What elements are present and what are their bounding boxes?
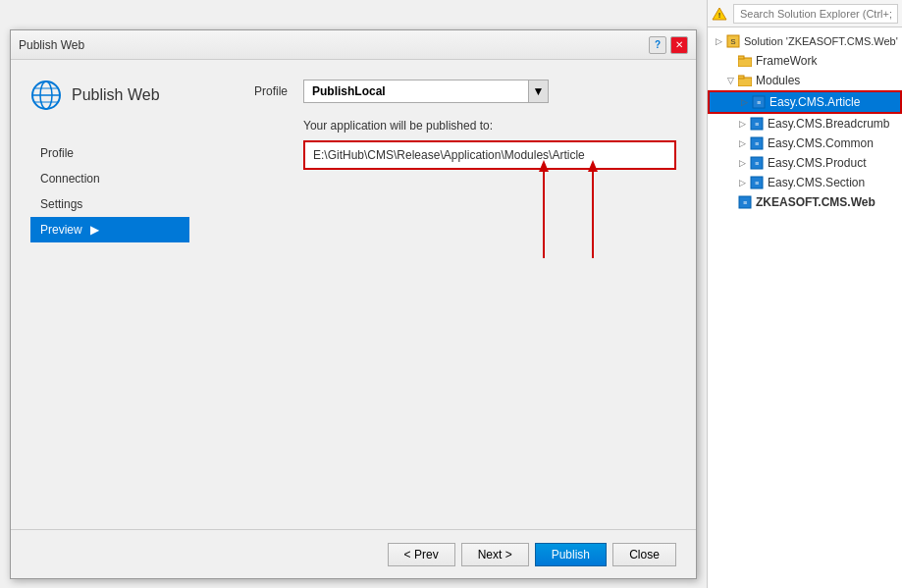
- framework-label: FrameWork: [756, 54, 817, 68]
- footer-close-button[interactable]: Close: [612, 543, 676, 566]
- easy-cms-breadcrumb-label: Easy.CMS.Breadcrumb: [768, 117, 889, 131]
- expand-icon: ▽: [723, 76, 737, 85]
- easy-cms-section-label: Easy.CMS.Section: [768, 176, 865, 189]
- project-icon: ≡: [749, 175, 765, 190]
- next-button[interactable]: Next >: [461, 543, 529, 566]
- close-button[interactable]: ✕: [670, 36, 688, 54]
- globe-icon: [30, 80, 62, 111]
- modules-label: Modules: [756, 74, 800, 87]
- expand-icon: ▷: [735, 178, 749, 187]
- dialog-titlebar: Publish Web ? ✕: [11, 30, 696, 60]
- sidebar-item-profile[interactable]: Profile: [30, 140, 189, 166]
- project-icon: ≡: [737, 194, 753, 210]
- sidebar-item-connection[interactable]: Connection: [30, 166, 189, 191]
- easy-cms-article-item[interactable]: ▷ ≡ Easy.CMS.Article: [708, 90, 902, 114]
- svg-text:≡: ≡: [755, 121, 759, 128]
- help-button[interactable]: ?: [649, 36, 666, 54]
- expand-icon: ▷: [735, 138, 749, 148]
- easy-cms-product-label: Easy.CMS.Product: [768, 156, 866, 170]
- solution-icon: S: [725, 33, 741, 49]
- profile-label: Profile: [209, 84, 288, 98]
- svg-text:≡: ≡: [755, 180, 759, 187]
- framework-folder[interactable]: FrameWork: [708, 51, 902, 71]
- dialog-title: Publish Web: [19, 38, 84, 52]
- expand-icon: ▷: [735, 158, 749, 168]
- profile-dropdown[interactable]: PublishLocal ▼: [303, 80, 549, 103]
- se-toolbar: !: [708, 0, 902, 27]
- expand-icon: ▷: [735, 119, 749, 129]
- easy-cms-product-item[interactable]: ▷ ≡ Easy.CMS.Product: [708, 153, 902, 173]
- svg-text:!: !: [718, 11, 721, 20]
- sidebar-item-preview[interactable]: Preview ▶: [30, 217, 189, 242]
- svg-text:≡: ≡: [743, 199, 747, 206]
- dialog-footer: < Prev Next > Publish Close: [11, 529, 696, 578]
- annotation-arrows: [303, 160, 676, 278]
- dialog-body: Publish Web Profile Connection Settings …: [11, 60, 696, 578]
- dropdown-arrow: ▼: [528, 80, 548, 102]
- folder-icon: [737, 73, 753, 88]
- nav-items: Profile Connection Settings Preview ▶: [30, 140, 189, 242]
- project-icon: ≡: [749, 135, 765, 151]
- project-icon: ≡: [751, 94, 767, 110]
- solution-explorer-search[interactable]: [733, 4, 898, 24]
- easy-cms-breadcrumb-item[interactable]: ▷ ≡ Easy.CMS.Breadcrumb: [708, 114, 902, 134]
- easy-cms-article-label: Easy.CMS.Article: [769, 95, 860, 109]
- main-content: Profile PublishLocal ▼ Your application …: [189, 60, 696, 578]
- warning-icon: !: [712, 6, 727, 22]
- folder-icon: [737, 53, 753, 69]
- zkeasoft-cms-web-item[interactable]: ≡ ZKEASOFT.CMS.Web: [708, 192, 902, 212]
- svg-rect-14: [738, 56, 744, 59]
- expand-icon: ▷: [737, 97, 751, 107]
- svg-rect-16: [738, 76, 744, 79]
- easy-cms-common-label: Easy.CMS.Common: [768, 136, 874, 150]
- easy-cms-common-item[interactable]: ▷ ≡ Easy.CMS.Common: [708, 134, 902, 153]
- expand-icon: ▷: [712, 36, 725, 46]
- prev-button[interactable]: < Prev: [388, 543, 455, 566]
- se-tree: ▷ S Solution 'ZKEASOFT.CMS.Web' FrameWor…: [708, 27, 902, 588]
- solution-root-item[interactable]: ▷ S Solution 'ZKEASOFT.CMS.Web': [708, 31, 902, 51]
- dialog-header-title: Publish Web: [72, 86, 160, 104]
- solution-label: Solution 'ZKEASOFT.CMS.Web': [744, 35, 898, 47]
- publish-web-dialog: Publish Web ? ✕ Publish Web: [10, 29, 697, 579]
- sidebar-nav: Publish Web Profile Connection Settings …: [11, 60, 189, 578]
- solution-explorer: ! ▷ S Solution 'ZKEASOFT.CMS.Web': [707, 0, 902, 588]
- publish-info-text: Your application will be published to:: [303, 119, 676, 133]
- project-icon: ≡: [749, 155, 765, 171]
- zkeasoft-label: ZKEASOFT.CMS.Web: [756, 195, 875, 209]
- publish-path-box: E:\GitHub\CMS\Release\Application\Module…: [303, 140, 676, 170]
- publish-button[interactable]: Publish: [535, 543, 607, 566]
- svg-text:≡: ≡: [755, 140, 759, 147]
- preview-arrow: ▶: [90, 223, 99, 237]
- profile-dropdown-value: PublishLocal: [312, 84, 528, 98]
- svg-text:≡: ≡: [755, 160, 759, 167]
- sidebar-header: Publish Web: [30, 80, 189, 121]
- project-icon: ≡: [749, 116, 765, 132]
- sidebar-item-settings[interactable]: Settings: [30, 191, 189, 217]
- svg-text:≡: ≡: [757, 99, 761, 106]
- svg-text:S: S: [730, 37, 735, 46]
- profile-row: Profile PublishLocal ▼: [209, 80, 676, 103]
- dialog-title-buttons: ? ✕: [649, 36, 688, 54]
- modules-folder[interactable]: ▽ Modules: [708, 71, 902, 90]
- easy-cms-section-item[interactable]: ▷ ≡ Easy.CMS.Section: [708, 173, 902, 192]
- publish-path-value: E:\GitHub\CMS\Release\Application\Module…: [313, 148, 585, 162]
